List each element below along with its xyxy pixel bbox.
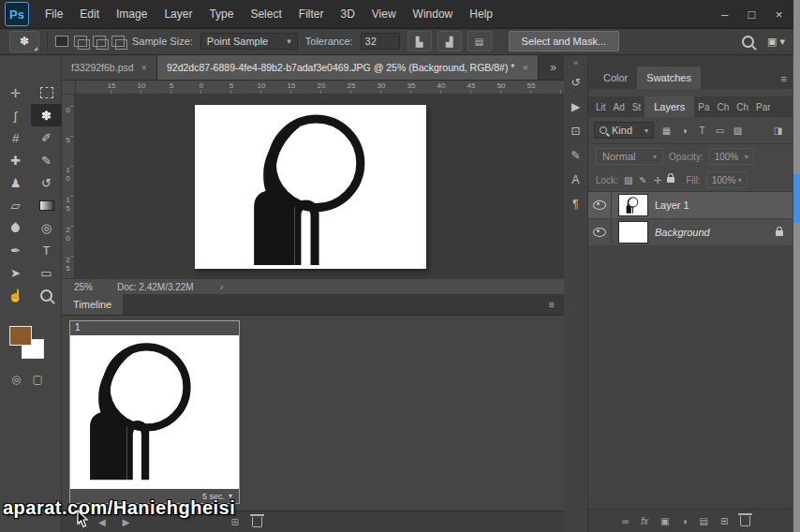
layer-group-icon[interactable]: ▤ [699,516,707,526]
menu-item-file[interactable]: File [37,0,71,28]
lock-position-icon[interactable]: ✛ [654,175,661,185]
panel-tab-lit[interactable]: Lit [592,96,610,117]
filter-shape-icon[interactable]: ▭ [713,126,727,136]
tab-layers[interactable]: Layers [644,96,694,117]
page-scrollbar[interactable] [793,0,800,532]
document-image[interactable] [195,105,426,269]
paragraph-panel-icon[interactable]: ¶ [564,192,588,216]
add-selection-icon[interactable] [74,36,87,47]
actions-panel-icon[interactable]: ▶ [564,95,588,119]
tab-timeline[interactable]: Timeline [62,294,123,315]
tab-color[interactable]: Color [594,66,637,89]
tolerance-input[interactable] [361,33,400,50]
close-icon[interactable]: × [522,62,527,73]
expand-dock-icon[interactable]: « [573,55,578,70]
gradient-tool[interactable] [31,194,62,216]
blend-mode-select[interactable]: Normal ▾ [596,148,663,165]
menu-item-select[interactable]: Select [242,0,289,28]
menu-item-window[interactable]: Window [405,0,462,28]
close-icon[interactable]: × [141,62,147,73]
menu-item-image[interactable]: Image [108,0,156,28]
menu-item-help[interactable]: Help [461,0,501,28]
filter-adjustment-icon[interactable]: ◑ [677,126,691,136]
panel-tab-par[interactable]: Par [752,96,775,117]
crop-tool[interactable]: # [0,126,31,149]
pen-tool[interactable]: ✒ [0,239,31,261]
opacity-select[interactable]: 100% ▾ [709,148,754,165]
filter-toggle-icon[interactable]: ◨ [771,126,785,136]
document-tab-1[interactable]: f33292f6b.psd × [62,55,157,80]
maximize-button[interactable]: □ [738,0,765,28]
menu-item-view[interactable]: View [363,0,405,28]
clone-stamp-tool[interactable]: ♟ [0,171,31,194]
shape-tool[interactable]: ▭ [31,261,62,284]
current-tool-button[interactable]: ✽ [9,31,39,52]
status-expander-icon[interactable]: › [220,282,223,292]
layer-name[interactable]: Layer 1 [655,200,689,211]
visibility-toggle[interactable] [588,219,612,245]
panel-tab-st[interactable]: St [629,96,644,117]
type-tool[interactable]: T [31,239,62,261]
lock-pixels-icon[interactable]: ✎ [639,175,646,185]
filter-smart-icon[interactable]: ▨ [731,126,745,136]
panel-tab-ch[interactable]: Ch [733,96,752,117]
histogram-icon[interactable]: ▙ [407,31,432,52]
magic-wand-tool[interactable]: ✽ [31,104,62,126]
scrollbar-thumb[interactable] [793,174,800,223]
layer-filter-kind-select[interactable]: Kind ▾ [594,122,654,139]
workspace-switcher[interactable]: ▣ ▾ [767,36,785,48]
zoom-tool[interactable] [31,284,62,306]
layer-effects-icon[interactable]: fx [641,516,648,526]
panel-tab-ch[interactable]: Ch [714,96,733,117]
path-select-tool[interactable]: ➤ [0,261,31,284]
panel-tab-pa[interactable]: Pa [694,96,713,117]
fill-select[interactable]: 100% ▾ [706,171,748,188]
frame-thumbnail[interactable] [70,335,239,489]
menu-item-edit[interactable]: Edit [71,0,108,28]
link-layers-icon[interactable]: ∞ [622,516,629,526]
select-and-mask-button[interactable]: Select and Mask... [509,31,620,52]
intersect-selection-icon[interactable] [111,36,125,47]
delete-layer-icon[interactable] [740,513,750,528]
layer-row-background[interactable]: Background [588,219,793,246]
document-tab-2[interactable]: 92d2dc87-6889-4fe4-89b2-b7adaf3e0469.JPG… [157,55,539,80]
lasso-tool[interactable]: ʃ [0,104,31,126]
eyedropper-tool[interactable]: ✐ [31,126,62,149]
foreground-color-swatch[interactable] [9,326,32,346]
eraser-tool[interactable]: ▱ [0,194,31,216]
brush-tool[interactable]: ✎ [31,149,62,171]
adjustment-layer-icon[interactable]: ◑ [681,516,687,526]
panel-tab-ad[interactable]: Ad [610,96,629,117]
move-tool[interactable]: ✛ [0,81,31,104]
panel-menu-icon[interactable]: ≡ [540,294,564,315]
sample-size-select[interactable]: Point Sample ▾ [200,33,298,50]
zoom-level[interactable]: 25% [74,282,117,292]
layer-thumbnail[interactable] [618,221,648,244]
healing-brush-tool[interactable]: ✚ [0,149,31,171]
lock-all-icon[interactable] [667,177,674,183]
dodge-tool[interactable]: ◎ [31,216,62,239]
new-selection-icon[interactable] [55,36,68,47]
menu-item-layer[interactable]: Layer [156,0,200,28]
new-layer-icon[interactable]: ⊞ [720,516,728,526]
marquee-tool[interactable] [31,81,62,104]
tab-overflow-icon[interactable]: » [542,61,564,74]
layer-name[interactable]: Background [655,227,710,238]
tab-swatches[interactable]: Swatches [637,66,701,89]
menu-item-3d[interactable]: 3D [332,0,363,28]
menu-item-filter[interactable]: Filter [290,0,333,28]
animation-frame-1[interactable]: 1 5 sec. ▾ [69,320,240,504]
layer-row-layer-1[interactable]: Layer 1 [588,192,793,219]
history-panel-icon[interactable]: ↺ [564,70,588,95]
blur-tool[interactable] [0,216,31,239]
hand-tool[interactable]: ☝ [0,284,31,306]
layer-thumbnail[interactable] [618,194,648,216]
clone-source-panel-icon[interactable]: ⊡ [564,119,588,143]
lock-transparency-icon[interactable]: ▨ [624,175,632,185]
history-brush-tool[interactable]: ↺ [31,171,62,194]
sample-layers-icon[interactable]: ▤ [467,31,492,52]
layer-mask-icon[interactable]: ▣ [660,516,669,526]
histogram-alt-icon[interactable]: ▟ [437,31,462,52]
search-icon[interactable] [742,36,754,48]
minimize-button[interactable]: – [711,0,738,28]
